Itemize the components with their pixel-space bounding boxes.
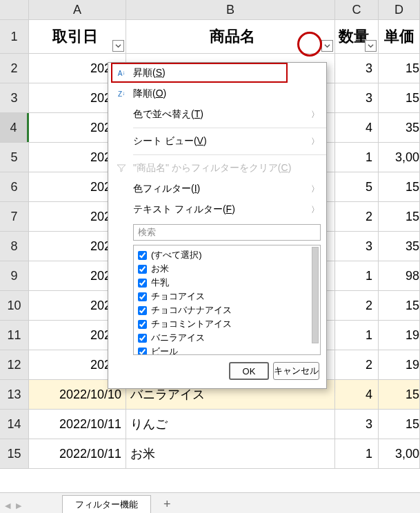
filter-button-qty[interactable]	[365, 40, 377, 52]
filter-value-item[interactable]: チョコミントアイス	[138, 317, 316, 331]
menu-sheet-view[interactable]: シート ビュー(V) 〉	[108, 131, 326, 152]
cell-price[interactable]: 15	[379, 380, 420, 409]
menu-color-filter-label: 色フィルター(I)	[129, 183, 311, 195]
cell-qty[interactable]: 1	[335, 439, 379, 468]
row-header[interactable]: 4	[0, 113, 29, 142]
scrollbar-thumb[interactable]	[312, 247, 319, 343]
cell-product[interactable]: お米	[126, 439, 335, 468]
row-header[interactable]: 3	[0, 83, 29, 112]
cell-qty[interactable]: 5	[335, 172, 379, 201]
row-header[interactable]: 2	[0, 54, 29, 83]
filter-value-checkbox[interactable]	[138, 320, 147, 329]
cell-price[interactable]: 15	[379, 54, 420, 83]
header-date[interactable]: 取引日	[29, 20, 126, 53]
cell-price[interactable]: 3,00	[379, 439, 420, 468]
filter-value-label: チョコミントアイス	[151, 318, 232, 330]
chevron-right-icon: 〉	[311, 183, 319, 195]
cell-qty[interactable]: 3	[335, 83, 379, 112]
row-header[interactable]: 7	[0, 202, 29, 231]
cell-qty[interactable]: 2	[335, 202, 379, 231]
filter-value-checkbox[interactable]	[138, 348, 147, 356]
cell-date[interactable]: 2022/10/11	[29, 410, 126, 439]
filter-search-input[interactable]: 検索	[133, 224, 321, 241]
col-header-B[interactable]: B	[126, 0, 335, 19]
sort-desc-icon: Z↓	[114, 90, 129, 98]
filter-value-checkbox[interactable]	[138, 279, 147, 288]
filter-value-checkbox[interactable]	[138, 251, 147, 260]
filter-value-item[interactable]: 牛乳	[138, 276, 316, 290]
cell-price[interactable]: 19	[379, 350, 420, 379]
row-header[interactable]: 8	[0, 232, 29, 261]
row-header[interactable]: 15	[0, 439, 29, 468]
menu-sort-asc[interactable]: A↓ 昇順(S)	[108, 63, 326, 83]
row-header[interactable]: 12	[0, 350, 29, 379]
cell-qty[interactable]: 1	[335, 321, 379, 350]
header-date-label: 取引日	[52, 26, 98, 47]
filter-value-item[interactable]: チョコアイス	[138, 290, 316, 303]
menu-color-filter[interactable]: 色フィルター(I) 〉	[108, 179, 326, 199]
cell-price[interactable]: 98	[379, 261, 420, 290]
sheet-tab[interactable]: フィルター機能	[62, 495, 151, 513]
cell-qty[interactable]: 2	[335, 350, 379, 379]
filter-value-item[interactable]: チョコバナナアイス	[138, 303, 316, 317]
cancel-button[interactable]: キャンセル	[273, 362, 319, 380]
cell-price[interactable]: 15	[379, 172, 420, 201]
menu-sort-by-color[interactable]: 色で並べ替え(T) 〉	[108, 104, 326, 125]
cell-price[interactable]: 15	[379, 202, 420, 231]
row-header[interactable]: 14	[0, 410, 29, 439]
filter-value-checkbox[interactable]	[138, 334, 147, 343]
row-header[interactable]: 1	[0, 20, 29, 53]
cell-price[interactable]: 15	[379, 83, 420, 112]
header-product-label: 商品名	[210, 26, 255, 47]
filter-button-date[interactable]	[112, 40, 124, 52]
ok-button[interactable]: OK	[229, 362, 269, 380]
cell-price[interactable]: 15	[379, 410, 420, 439]
cell-qty[interactable]: 3	[335, 410, 379, 439]
header-product[interactable]: 商品名	[126, 20, 335, 53]
cell-qty[interactable]: 2	[335, 291, 379, 320]
table-row: 152022/10/11お米13,00	[0, 439, 420, 469]
cell-price[interactable]: 3,00	[379, 143, 420, 172]
cell-qty[interactable]: 3	[335, 54, 379, 83]
filter-value-checkbox[interactable]	[138, 265, 147, 274]
col-header-C[interactable]: C	[335, 0, 379, 19]
filter-value-item[interactable]: (すべて選択)	[138, 248, 316, 262]
row-header[interactable]: 6	[0, 172, 29, 201]
row-header[interactable]: 13	[0, 380, 29, 409]
filter-value-checkbox[interactable]	[138, 306, 147, 315]
cell-date[interactable]: 2022/10/11	[29, 439, 126, 468]
filter-button-product[interactable]	[321, 40, 333, 52]
cell-qty[interactable]: 4	[335, 113, 379, 142]
cell-price[interactable]: 35	[379, 113, 420, 142]
filter-value-item[interactable]: ビール	[138, 345, 316, 355]
cell-qty[interactable]: 4	[335, 380, 379, 409]
sheet-nav-arrows[interactable]: ◀▶	[3, 501, 23, 510]
cell-qty[interactable]: 1	[335, 261, 379, 290]
filter-values-list[interactable]: (すべて選択)お米牛乳チョコアイスチョコバナナアイスチョコミントアイスバニラアイ…	[133, 245, 321, 355]
row-header[interactable]: 9	[0, 261, 29, 290]
menu-clear-filter: "商品名" からフィルターをクリア(C)	[108, 158, 326, 179]
cell-price[interactable]: 19	[379, 321, 420, 350]
cell-price[interactable]: 35	[379, 232, 420, 261]
select-all-cell[interactable]	[0, 0, 29, 19]
filter-value-item[interactable]: バニラアイス	[138, 331, 316, 345]
header-price-label: 単価	[384, 26, 414, 47]
cell-price[interactable]: 15	[379, 291, 420, 320]
row-header[interactable]: 11	[0, 321, 29, 350]
row-header[interactable]: 5	[0, 143, 29, 172]
menu-sort-desc[interactable]: Z↓ 降順(O)	[108, 83, 326, 104]
menu-sort-asc-label: 昇順(S)	[129, 67, 319, 79]
col-header-D[interactable]: D	[379, 0, 420, 19]
row-header[interactable]: 10	[0, 291, 29, 320]
header-qty[interactable]: 数量	[335, 20, 379, 53]
add-sheet-button[interactable]: +	[151, 495, 183, 513]
cell-qty[interactable]: 3	[335, 232, 379, 261]
col-header-A[interactable]: A	[29, 0, 126, 19]
filter-value-item[interactable]: お米	[138, 262, 316, 276]
filter-value-label: ビール	[151, 345, 178, 355]
cell-qty[interactable]: 1	[335, 143, 379, 172]
menu-text-filter[interactable]: テキスト フィルター(F) 〉	[108, 199, 326, 220]
header-price[interactable]: 単価	[379, 20, 420, 53]
filter-value-checkbox[interactable]	[138, 292, 147, 301]
cell-product[interactable]: りんご	[126, 410, 335, 439]
